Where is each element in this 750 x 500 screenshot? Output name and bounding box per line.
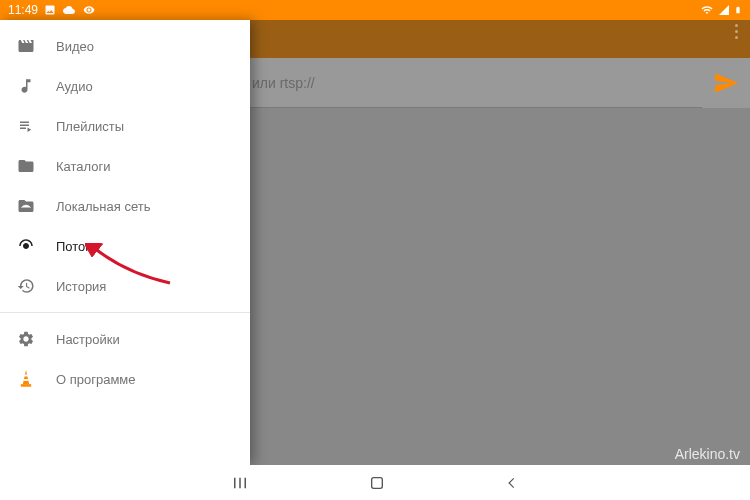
drawer-item-settings[interactable]: Настройки: [0, 319, 250, 359]
wifi-icon: [700, 4, 714, 16]
battery-icon: [734, 3, 742, 17]
overflow-menu-button[interactable]: [735, 24, 738, 39]
video-icon: [16, 37, 36, 55]
back-icon: [505, 474, 519, 492]
drawer-item-label: История: [56, 279, 106, 294]
photo-icon: [44, 4, 56, 16]
drawer-item-label: Локальная сеть: [56, 199, 150, 214]
drawer-item-label: Видео: [56, 39, 94, 54]
vlc-cone-icon: [16, 370, 36, 388]
drawer-item-playlists[interactable]: Плейлисты: [0, 106, 250, 146]
history-icon: [16, 277, 36, 295]
drawer-item-label: Каталоги: [56, 159, 111, 174]
drawer-item-history[interactable]: История: [0, 266, 250, 306]
playlist-icon: [16, 117, 36, 135]
folder-icon: [16, 157, 36, 175]
svg-rect-6: [372, 477, 383, 488]
eye-icon: [82, 4, 96, 16]
drawer-item-label: Аудио: [56, 79, 93, 94]
android-nav-bar: [0, 465, 750, 500]
drawer-item-label: Плейлисты: [56, 119, 124, 134]
stream-placeholder: или rtsp://: [252, 75, 315, 91]
settings-icon: [16, 330, 36, 348]
svg-rect-2: [21, 384, 31, 387]
stream-icon: [16, 237, 36, 255]
drawer-item-label: О программе: [56, 372, 136, 387]
music-icon: [16, 77, 36, 95]
drawer-item-audio[interactable]: Аудио: [0, 66, 250, 106]
recents-button[interactable]: [231, 474, 249, 492]
recents-icon: [231, 474, 249, 492]
home-button[interactable]: [369, 475, 385, 491]
drawer-divider: [0, 312, 250, 313]
svg-rect-1: [23, 379, 29, 381]
drawer-item-stream[interactable]: Поток: [0, 226, 250, 266]
drawer-item-label: Поток: [56, 239, 91, 254]
drawer-item-label: Настройки: [56, 332, 120, 347]
play-stream-button[interactable]: [702, 59, 750, 107]
svg-rect-0: [24, 375, 29, 377]
signal-icon: [718, 4, 730, 16]
drawer-item-about[interactable]: О программе: [0, 359, 250, 399]
cloud-icon: [62, 4, 76, 16]
drawer-item-directories[interactable]: Каталоги: [0, 146, 250, 186]
send-icon: [713, 70, 739, 96]
network-folder-icon: [16, 197, 36, 215]
status-time: 11:49: [8, 3, 38, 17]
back-button[interactable]: [505, 474, 519, 492]
navigation-drawer: Видео Аудио Плейлисты Каталоги: [0, 20, 250, 465]
watermark: Arlekino.tv: [675, 446, 740, 462]
status-bar: 11:49: [0, 0, 750, 20]
drawer-item-video[interactable]: Видео: [0, 26, 250, 66]
drawer-item-local-network[interactable]: Локальная сеть: [0, 186, 250, 226]
home-icon: [369, 475, 385, 491]
